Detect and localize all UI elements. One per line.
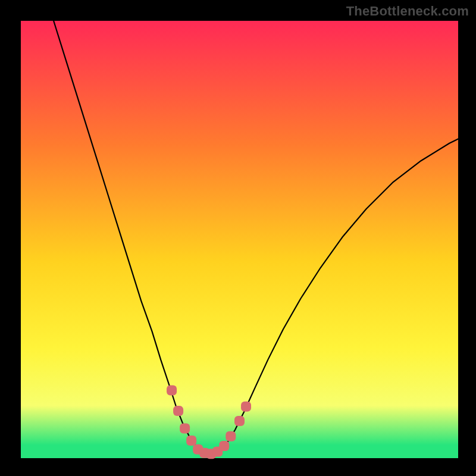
curve-marker <box>241 402 251 412</box>
bottleneck-chart <box>0 0 476 476</box>
plot-background <box>21 21 458 458</box>
curve-marker <box>234 416 245 426</box>
chart-container: TheBottleneck.com <box>0 0 476 476</box>
curve-marker <box>219 441 229 451</box>
curve-marker <box>186 436 196 446</box>
curve-marker <box>167 386 177 396</box>
curve-marker <box>173 406 183 416</box>
curve-marker <box>226 431 236 441</box>
watermark-text: TheBottleneck.com <box>346 4 469 19</box>
curve-marker <box>180 424 190 434</box>
